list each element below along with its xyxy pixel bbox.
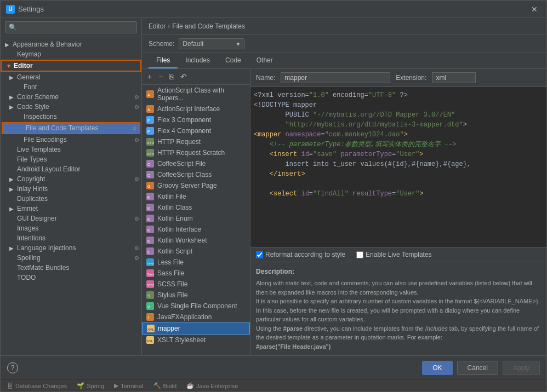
scheme-select[interactable]: Default ▼ [179, 38, 244, 49]
svg-text:Sass: Sass [147, 273, 154, 276]
list-item[interactable]: Sass Sass File [142, 268, 250, 279]
sidebar-item-fileencodings[interactable]: File Encodings ⚙ [1, 135, 141, 145]
sidebar-item-keymap[interactable]: Keymap [1, 49, 141, 59]
sidebar-item-spelling[interactable]: Spelling ⚙ [1, 253, 141, 263]
add-template-button[interactable]: + [145, 71, 154, 82]
statusbar-item-terminal[interactable]: ▶ Terminal [112, 382, 146, 389]
list-item[interactable]: A ActionScript Interface [142, 103, 250, 114]
list-item[interactable]: C CoffeeScript File [142, 158, 250, 169]
close-button[interactable]: ✕ [528, 4, 541, 15]
sidebar-item-editor[interactable]: ▼ Editor [2, 61, 140, 71]
sidebar-item-label: Copyright [17, 175, 45, 183]
sidebar-item-fileandcode[interactable]: File and Code Templates ⚙ [3, 123, 139, 133]
sidebar-item-todo[interactable]: TODO [1, 273, 141, 283]
sidebar-item-font[interactable]: Font [1, 82, 141, 92]
sidebar-item-colorscheme[interactable]: ▶ Color Scheme ⚙ [1, 92, 141, 102]
list-item[interactable]: F Flex 4 Component [142, 125, 250, 136]
code-editor[interactable]: <?xml version="1.0" encoding="UTF-8" ?> … [250, 87, 546, 247]
expand-arrow-icon: ▶ [9, 186, 17, 192]
list-item[interactable]: K Kotlin Class [142, 202, 250, 213]
list-item[interactable]: A ActionScript Class with Supers... [142, 85, 250, 103]
list-item[interactable]: K Kotlin Script [142, 246, 250, 257]
breadcrumb: Editor › File and Code Templates [142, 18, 546, 35]
sidebar-item-inspections[interactable]: Inspections [1, 112, 141, 122]
reformat-checkbox-label[interactable]: Reformat according to style [256, 251, 345, 258]
footer-buttons: OK Cancel Apply [422, 361, 540, 375]
extension-input[interactable] [432, 72, 476, 83]
livetemplates-checkbox-label[interactable]: Enable Live Templates [356, 251, 432, 258]
name-extension-bar: Name: Extension: [250, 69, 546, 87]
sidebar-item-inlayhints[interactable]: ▶ Inlay Hints [1, 184, 141, 194]
description-text: Along with static text, code and comment… [256, 279, 541, 351]
cancel-button[interactable]: Cancel [457, 361, 498, 375]
expand-arrow-icon: ▶ [9, 94, 17, 100]
name-input[interactable] [281, 72, 390, 83]
svg-text:HTTP: HTTP [147, 141, 154, 145]
sidebar-item-guidesigner[interactable]: GUI Designer ⚙ [1, 214, 141, 223]
statusbar-item-spring[interactable]: 🌱 Spring [75, 382, 106, 389]
svg-text:K: K [147, 250, 150, 254]
svg-text:V: V [147, 305, 150, 309]
sidebar-item-intentions[interactable]: Intentions [1, 233, 141, 243]
list-item[interactable]: XSL XSLT Stylesheet [142, 335, 250, 345]
list-item[interactable]: SCSS SCSS File [142, 279, 250, 290]
list-item[interactable]: HTTP HTTP Request Scratch [142, 147, 250, 158]
list-item[interactable]: K Kotlin Enum [142, 213, 250, 224]
sidebar-item-appearance[interactable]: ▶ Appearance & Behavior [1, 39, 141, 49]
sidebar-item-duplicates[interactable]: Duplicates [1, 194, 141, 204]
list-item[interactable]: V Vue Single File Component [142, 301, 250, 312]
code-line: <mapper namespace="com.monkey1024.dao"> [254, 130, 543, 140]
sidebar-item-livetemplates[interactable]: Live Templates [1, 145, 141, 154]
list-item[interactable]: K Kotlin Worksheet [142, 235, 250, 246]
coffee-file-icon: C [146, 160, 154, 168]
statusbar-item-build[interactable]: 🔨 Build [151, 382, 179, 389]
list-item[interactable]: HTTP HTTP Request [142, 136, 250, 147]
ok-button[interactable]: OK [422, 361, 452, 375]
code-line: <insert id="save" parameterType="User"> [254, 149, 543, 159]
search-input[interactable] [5, 21, 137, 33]
list-item[interactable]: C CoffeeScript Class [142, 169, 250, 180]
svg-text:XSL: XSL [147, 339, 153, 343]
as-file-icon: A [146, 105, 154, 113]
svg-text:J: J [147, 316, 150, 320]
tab-includes[interactable]: Includes [178, 53, 218, 68]
remove-template-button[interactable]: − [156, 71, 165, 82]
list-item[interactable]: K Kotlin Interface [142, 224, 250, 235]
tab-code[interactable]: Code [218, 53, 249, 68]
sidebar-item-label: Inlay Hints [17, 185, 48, 193]
apply-button[interactable]: Apply [503, 361, 540, 375]
reformat-checkbox[interactable] [256, 251, 263, 258]
livetemplates-checkbox[interactable] [356, 251, 363, 258]
list-item-mapper[interactable]: XML mapper [142, 322, 250, 335]
template-list-panel: + − ⎘ ↶ A ActionScript Class with Supers… [142, 69, 250, 355]
copy-template-button[interactable]: ⎘ [167, 71, 176, 82]
sidebar-item-langinjections[interactable]: ▶ Language Injections ⚙ [1, 243, 141, 253]
sidebar-item-copyright[interactable]: ▶ Copyright ⚙ [1, 174, 141, 184]
breadcrumb-separator: › [168, 22, 170, 30]
sidebar-item-images[interactable]: Images [1, 223, 141, 233]
sidebar-item-emmet[interactable]: ▶ Emmet [1, 204, 141, 214]
sidebar-item-textmatebundles[interactable]: TextMate Bundles [1, 263, 141, 273]
kotlin-file-icon: K [146, 226, 154, 233]
tab-files[interactable]: Files [149, 53, 178, 68]
statusbar-item-db[interactable]: 🗄 Database Changes [5, 383, 69, 389]
svg-text:K: K [147, 195, 150, 199]
list-item[interactable]: G Groovy Server Page [142, 180, 250, 191]
list-item[interactable]: S Stylus File [142, 290, 250, 301]
stylus-file-icon: S [146, 291, 154, 299]
sidebar-item-label: Duplicates [17, 195, 48, 203]
search-bar [1, 18, 141, 37]
list-item[interactable]: K Kotlin File [142, 191, 250, 202]
sidebar-item-general[interactable]: ▶ General [1, 72, 141, 82]
sidebar-item-codestyle[interactable]: ▶ Code Style ⚙ [1, 102, 141, 112]
reset-template-button[interactable]: ↶ [178, 71, 189, 82]
list-item[interactable]: Less Less File [142, 257, 250, 268]
statusbar-item-java-enterprise[interactable]: ☕ Java Enterprise [184, 382, 240, 389]
sidebar-item-androidlayout[interactable]: Android Layout Editor [1, 164, 141, 174]
list-item[interactable]: F Flex 3 Component [142, 114, 250, 125]
tab-other[interactable]: Other [249, 53, 281, 68]
list-item[interactable]: J JavaFXApplication [142, 312, 250, 322]
svg-text:S: S [147, 294, 150, 298]
sidebar-item-filetypes[interactable]: File Types [1, 154, 141, 164]
help-button[interactable]: ? [7, 362, 18, 373]
